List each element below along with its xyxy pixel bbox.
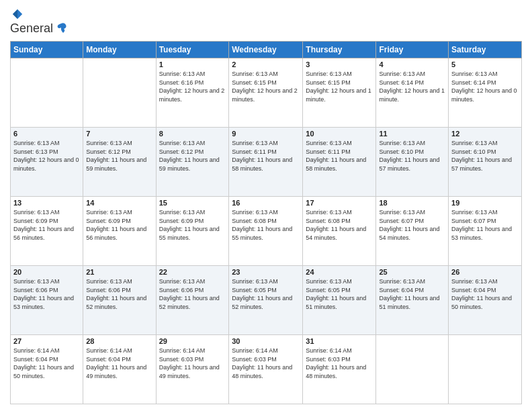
- logo-text: [10, 7, 24, 21]
- day-info: Sunrise: 6:13 AM Sunset: 6:04 PM Dayligh…: [379, 277, 445, 311]
- header: General: [10, 7, 522, 36]
- day-info: Sunrise: 6:13 AM Sunset: 6:11 PM Dayligh…: [232, 139, 300, 173]
- day-number: 24: [306, 268, 373, 276]
- calendar-cell: 2Sunrise: 6:13 AM Sunset: 6:15 PM Daylig…: [229, 58, 303, 128]
- col-header-thursday: Thursday: [303, 42, 376, 58]
- col-header-tuesday: Tuesday: [156, 42, 229, 58]
- day-info: Sunrise: 6:13 AM Sunset: 6:07 PM Dayligh…: [451, 208, 519, 242]
- day-number: 29: [159, 337, 226, 345]
- day-info: Sunrise: 6:13 AM Sunset: 6:12 PM Dayligh…: [159, 139, 226, 173]
- day-info: Sunrise: 6:13 AM Sunset: 6:05 PM Dayligh…: [306, 277, 373, 311]
- calendar-cell: 28Sunrise: 6:14 AM Sunset: 6:04 PM Dayli…: [83, 335, 156, 404]
- day-number: 17: [306, 199, 373, 207]
- day-info: Sunrise: 6:13 AM Sunset: 6:04 PM Dayligh…: [451, 277, 519, 311]
- day-info: Sunrise: 6:13 AM Sunset: 6:05 PM Dayligh…: [232, 277, 300, 311]
- day-number: 22: [159, 268, 226, 276]
- calendar-cell: 11Sunrise: 6:13 AM Sunset: 6:10 PM Dayli…: [376, 128, 449, 197]
- calendar-cell: 31Sunrise: 6:14 AM Sunset: 6:03 PM Dayli…: [303, 335, 376, 404]
- calendar-cell: 17Sunrise: 6:13 AM Sunset: 6:08 PM Dayli…: [303, 197, 376, 266]
- calendar-cell: 30Sunrise: 6:14 AM Sunset: 6:03 PM Dayli…: [229, 335, 303, 404]
- day-number: 19: [451, 199, 519, 207]
- calendar-cell: [83, 58, 156, 128]
- day-number: 3: [306, 60, 373, 68]
- col-header-sunday: Sunday: [11, 42, 83, 58]
- calendar-cell: 24Sunrise: 6:13 AM Sunset: 6:05 PM Dayli…: [303, 266, 376, 335]
- day-info: Sunrise: 6:13 AM Sunset: 6:13 PM Dayligh…: [13, 139, 80, 173]
- logo-bird-icon: [54, 21, 69, 36]
- calendar-week-4: 20Sunrise: 6:13 AM Sunset: 6:06 PM Dayli…: [11, 266, 522, 335]
- page: General SundayMondayTuesdayWednesdayThur…: [0, 0, 532, 411]
- day-number: 2: [232, 60, 300, 68]
- calendar-cell: 14Sunrise: 6:13 AM Sunset: 6:09 PM Dayli…: [83, 197, 156, 266]
- day-number: 6: [13, 130, 80, 138]
- day-info: Sunrise: 6:13 AM Sunset: 6:08 PM Dayligh…: [306, 208, 373, 242]
- calendar-cell: 8Sunrise: 6:13 AM Sunset: 6:12 PM Daylig…: [156, 128, 229, 197]
- calendar-cell: 6Sunrise: 6:13 AM Sunset: 6:13 PM Daylig…: [11, 128, 83, 197]
- day-info: Sunrise: 6:13 AM Sunset: 6:06 PM Dayligh…: [159, 277, 226, 311]
- calendar-cell: 27Sunrise: 6:14 AM Sunset: 6:04 PM Dayli…: [11, 335, 83, 404]
- day-info: Sunrise: 6:13 AM Sunset: 6:14 PM Dayligh…: [379, 70, 445, 103]
- day-number: 27: [13, 337, 80, 345]
- day-number: 11: [379, 130, 445, 138]
- logo-general-2: General: [10, 21, 53, 36]
- calendar-cell: [11, 58, 83, 128]
- logo: General: [10, 7, 69, 36]
- day-number: 30: [232, 337, 300, 345]
- day-number: 26: [451, 268, 519, 276]
- calendar-cell: 13Sunrise: 6:13 AM Sunset: 6:09 PM Dayli…: [11, 197, 83, 266]
- day-number: 14: [86, 199, 152, 207]
- calendar-week-1: 1Sunrise: 6:13 AM Sunset: 6:16 PM Daylig…: [11, 58, 522, 128]
- calendar-cell: 5Sunrise: 6:13 AM Sunset: 6:14 PM Daylig…: [449, 58, 522, 128]
- day-number: 16: [232, 199, 300, 207]
- calendar-cell: 15Sunrise: 6:13 AM Sunset: 6:09 PM Dayli…: [156, 197, 229, 266]
- col-header-monday: Monday: [83, 42, 156, 58]
- calendar-cell: 1Sunrise: 6:13 AM Sunset: 6:16 PM Daylig…: [156, 58, 229, 128]
- calendar-cell: 29Sunrise: 6:14 AM Sunset: 6:03 PM Dayli…: [156, 335, 229, 404]
- logo-icon: [11, 8, 24, 20]
- day-number: 20: [13, 268, 80, 276]
- day-info: Sunrise: 6:13 AM Sunset: 6:14 PM Dayligh…: [451, 70, 519, 103]
- day-info: Sunrise: 6:13 AM Sunset: 6:15 PM Dayligh…: [232, 70, 300, 103]
- day-info: Sunrise: 6:13 AM Sunset: 6:16 PM Dayligh…: [159, 70, 226, 103]
- calendar-week-2: 6Sunrise: 6:13 AM Sunset: 6:13 PM Daylig…: [11, 128, 522, 197]
- day-info: Sunrise: 6:13 AM Sunset: 6:10 PM Dayligh…: [451, 139, 519, 173]
- calendar-cell: 3Sunrise: 6:13 AM Sunset: 6:15 PM Daylig…: [303, 58, 376, 128]
- day-number: 21: [86, 268, 152, 276]
- calendar-cell: 25Sunrise: 6:13 AM Sunset: 6:04 PM Dayli…: [376, 266, 449, 335]
- calendar-cell: 9Sunrise: 6:13 AM Sunset: 6:11 PM Daylig…: [229, 128, 303, 197]
- calendar-week-5: 27Sunrise: 6:14 AM Sunset: 6:04 PM Dayli…: [11, 335, 522, 404]
- svg-marker-0: [17, 9, 22, 18]
- svg-marker-1: [13, 9, 17, 18]
- day-number: 10: [306, 130, 373, 138]
- day-info: Sunrise: 6:14 AM Sunset: 6:03 PM Dayligh…: [159, 347, 226, 380]
- calendar-cell: 4Sunrise: 6:13 AM Sunset: 6:14 PM Daylig…: [376, 58, 449, 128]
- day-number: 18: [379, 199, 445, 207]
- day-number: 9: [232, 130, 300, 138]
- day-info: Sunrise: 6:14 AM Sunset: 6:04 PM Dayligh…: [86, 347, 152, 380]
- calendar-cell: 23Sunrise: 6:13 AM Sunset: 6:05 PM Dayli…: [229, 266, 303, 335]
- calendar-cell: 12Sunrise: 6:13 AM Sunset: 6:10 PM Dayli…: [449, 128, 522, 197]
- day-number: 4: [379, 60, 445, 68]
- calendar-cell: 22Sunrise: 6:13 AM Sunset: 6:06 PM Dayli…: [156, 266, 229, 335]
- calendar-cell: [449, 335, 522, 404]
- calendar-header-row: SundayMondayTuesdayWednesdayThursdayFrid…: [11, 42, 522, 58]
- calendar-cell: 21Sunrise: 6:13 AM Sunset: 6:06 PM Dayli…: [83, 266, 156, 335]
- day-number: 31: [306, 337, 373, 345]
- calendar-cell: 20Sunrise: 6:13 AM Sunset: 6:06 PM Dayli…: [11, 266, 83, 335]
- day-number: 13: [13, 199, 80, 207]
- calendar-cell: 7Sunrise: 6:13 AM Sunset: 6:12 PM Daylig…: [83, 128, 156, 197]
- day-number: 12: [451, 130, 519, 138]
- calendar-cell: 26Sunrise: 6:13 AM Sunset: 6:04 PM Dayli…: [449, 266, 522, 335]
- calendar-table: SundayMondayTuesdayWednesdayThursdayFrid…: [10, 41, 522, 404]
- calendar-cell: 16Sunrise: 6:13 AM Sunset: 6:08 PM Dayli…: [229, 197, 303, 266]
- day-number: 25: [379, 268, 445, 276]
- col-header-wednesday: Wednesday: [229, 42, 303, 58]
- day-info: Sunrise: 6:13 AM Sunset: 6:10 PM Dayligh…: [379, 139, 445, 173]
- day-info: Sunrise: 6:13 AM Sunset: 6:08 PM Dayligh…: [232, 208, 300, 242]
- day-info: Sunrise: 6:13 AM Sunset: 6:06 PM Dayligh…: [13, 277, 80, 311]
- day-number: 1: [159, 60, 226, 68]
- day-number: 5: [451, 60, 519, 68]
- day-info: Sunrise: 6:13 AM Sunset: 6:07 PM Dayligh…: [379, 208, 445, 242]
- day-info: Sunrise: 6:13 AM Sunset: 6:15 PM Dayligh…: [306, 70, 373, 103]
- day-info: Sunrise: 6:13 AM Sunset: 6:06 PM Dayligh…: [86, 277, 152, 311]
